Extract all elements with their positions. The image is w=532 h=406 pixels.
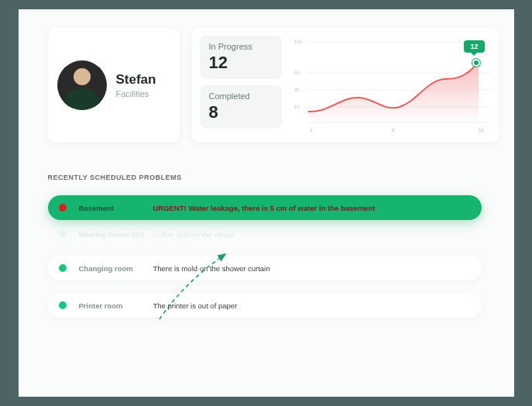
problem-description: The printer is out of paper <box>153 301 238 310</box>
problem-description: There is mold on the shower curtain <box>153 264 270 273</box>
stat-label: In Progress <box>209 42 273 51</box>
x-tick: 5 <box>392 128 395 132</box>
problem-description: Coffee spill on the carpet <box>153 230 235 239</box>
profile-role: Facilities <box>116 89 156 98</box>
stat-value: 8 <box>209 102 273 122</box>
problems-list: Basement URGENT! Water leakage, there is… <box>48 195 482 318</box>
problem-row[interactable]: Changing room There is mold on the showe… <box>48 256 482 280</box>
x-tick: 1 <box>310 128 313 132</box>
problem-row-ghost: Meeting Room 203 Coffee spill on the car… <box>48 222 482 246</box>
profile-card: Stefan Facilities <box>48 28 180 143</box>
dashboard: Stefan Facilities In Progress 12 Complet… <box>19 9 514 397</box>
x-tick: 10 <box>479 128 484 132</box>
stat-completed[interactable]: Completed 8 <box>200 85 282 129</box>
stat-label: Completed <box>209 91 273 101</box>
problem-location: Basement <box>79 204 153 212</box>
stat-in-progress[interactable]: In Progress 12 <box>200 36 282 79</box>
y-tick: 50 <box>294 71 300 75</box>
status-dot-icon <box>59 204 67 212</box>
chart-tooltip: 12 <box>464 40 484 53</box>
status-dot-icon <box>59 230 67 238</box>
stats-card: In Progress 12 Completed 8 100 50 25 10 <box>192 28 499 143</box>
y-tick: 100 <box>294 40 303 44</box>
status-dot-icon <box>59 301 67 309</box>
y-tick: 10 <box>294 105 300 109</box>
sparkline-chart: 100 50 25 10 <box>290 36 491 135</box>
problem-location: Printer room <box>79 301 153 310</box>
avatar[interactable] <box>57 60 107 110</box>
y-tick: 25 <box>294 88 300 92</box>
problem-location: Changing room <box>79 264 153 273</box>
chart-point-icon <box>472 59 480 67</box>
problem-location: Meeting Room 203 <box>79 230 153 239</box>
section-title: RECENTLY SCHEDULED PROBLEMS <box>48 174 514 181</box>
problem-row-urgent[interactable]: Basement URGENT! Water leakage, there is… <box>48 195 482 220</box>
profile-name: Stefan <box>116 72 156 88</box>
problem-row[interactable]: Printer room The printer is out of paper <box>48 293 482 318</box>
stat-value: 12 <box>209 53 273 73</box>
problem-description: URGENT! Water leakage, there is 5 cm of … <box>153 204 376 212</box>
top-row: Stefan Facilities In Progress 12 Complet… <box>48 28 514 143</box>
status-dot-icon <box>59 264 67 272</box>
